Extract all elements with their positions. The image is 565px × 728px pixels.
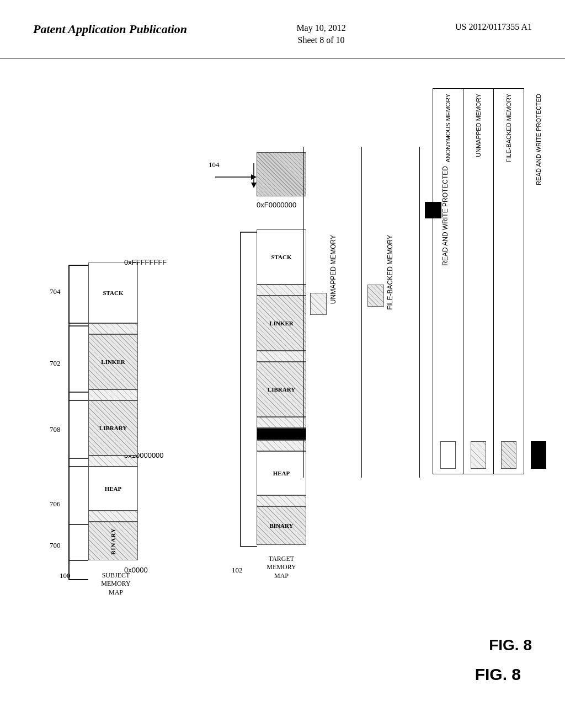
target-black-block [257, 428, 306, 440]
subject-linker-block: LINKER [88, 334, 138, 389]
target-gap-top [257, 213, 306, 229]
target-gap3 [257, 417, 306, 428]
legend-area: ANONYMOUS MEMORY UNMAPPED MEMORY FILE-BA… [433, 88, 554, 474]
bracket-700 [55, 522, 91, 563]
subject-gap4 [88, 323, 138, 334]
legend-divider3 [303, 147, 304, 478]
figure-label: FIG. 8 [475, 665, 521, 684]
publication-title: Patent Application Publication [33, 22, 187, 36]
subject-binary-block: BINARY [88, 522, 138, 560]
target-linker-block: LINKER [257, 296, 306, 351]
target-binary-block: BINARY [257, 506, 306, 545]
legend-unmapped-box [310, 293, 327, 315]
arrow-down-104 [248, 163, 259, 191]
target-top-block [257, 152, 306, 196]
anon-label: ANONYMOUS MEMORY [445, 94, 451, 162]
addr-0xFFFFFFFF: 0xFFFFFFFF [124, 258, 167, 266]
subject-heap-block: HEAP [88, 467, 138, 511]
page-header: Patent Application Publication May 10, 2… [0, 0, 565, 58]
target-library-block: LIBRARY [257, 362, 306, 417]
target-heap-block: HEAP [257, 451, 306, 495]
target-gap4 [257, 440, 306, 451]
legend-divider1 [419, 147, 420, 478]
bracket-102 [235, 229, 259, 549]
file-backed-label: FILE-BACKED MEMORY [505, 94, 512, 163]
fig-label: FIG. 8 [489, 636, 532, 654]
target-stack-block: STACK [257, 229, 306, 285]
bracket-706 [55, 456, 91, 582]
read-write-label: READ AND WRITE PROTECTED [535, 94, 542, 185]
target-gap2 [257, 351, 306, 362]
legend-unmapped-label: UNMAPPED MEMORY [329, 235, 337, 304]
bracket-704 [55, 263, 91, 326]
subject-library-block: LIBRARY [88, 400, 138, 456]
sheet-info: May 10, 2012 Sheet 8 of 10 [296, 22, 345, 47]
unmapped-label: UNMAPPED MEMORY [475, 94, 482, 157]
legend-file-backed-box [367, 285, 384, 307]
ref-104: 104 [209, 160, 220, 169]
addr-0xF0000000: 0xF0000000 [257, 201, 296, 209]
target-gap5 [257, 495, 306, 506]
subject-map-label: SUBJECTMEMORYMAP [91, 571, 141, 597]
legend-file-backed-label: FILE-BACKED MEMORY [386, 235, 394, 310]
subject-stack-block: STACK [88, 263, 138, 323]
patent-number: US 2012/0117355 A1 [455, 22, 532, 32]
target-map-label: TARGETMEMORYMAP [257, 555, 306, 581]
subject-gap3 [88, 389, 138, 400]
subject-gap1 [88, 511, 138, 522]
ref-102: 102 [232, 566, 243, 575]
svg-marker-3 [251, 183, 257, 188]
target-gap1 [257, 285, 306, 296]
legend-divider2 [361, 147, 362, 478]
